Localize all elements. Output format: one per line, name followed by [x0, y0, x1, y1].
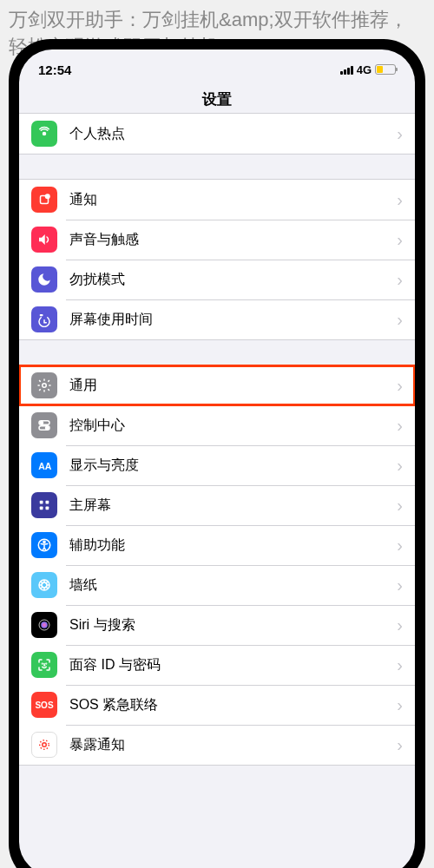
svg-point-8 — [46, 427, 49, 430]
row-accessibility[interactable]: 辅助功能 › — [19, 525, 415, 565]
svg-point-21 — [46, 663, 47, 664]
svg-rect-12 — [40, 507, 43, 510]
home-icon — [31, 492, 57, 518]
phone-screen: 12:54 4G 设置 个人热点 › 通知 — [19, 49, 415, 868]
phone-frame: 12:54 4G 设置 个人热点 › 通知 — [9, 39, 425, 868]
control-center-icon — [31, 412, 57, 438]
row-label: 个人热点 — [69, 125, 397, 143]
svg-point-22 — [43, 743, 47, 747]
row-home-screen[interactable]: 主屏幕 › — [19, 485, 415, 525]
svg-rect-3 — [40, 314, 43, 316]
chevron-right-icon: › — [397, 615, 403, 635]
svg-point-4 — [43, 384, 47, 388]
screentime-icon — [31, 306, 57, 332]
svg-point-23 — [40, 740, 49, 750]
chevron-right-icon: › — [397, 456, 403, 476]
svg-rect-10 — [40, 501, 43, 504]
chevron-right-icon: › — [397, 230, 403, 250]
settings-group-connectivity: 个人热点 › — [19, 113, 415, 155]
row-control-center[interactable]: 控制中心 › — [19, 405, 415, 445]
chevron-right-icon: › — [397, 270, 403, 290]
status-bar: 12:54 4G — [19, 49, 415, 84]
signal-icon — [340, 65, 353, 75]
svg-point-19 — [41, 621, 48, 628]
svg-rect-11 — [46, 501, 49, 504]
exposure-icon — [31, 732, 57, 758]
svg-point-0 — [43, 133, 46, 135]
general-icon — [31, 372, 57, 398]
row-sounds[interactable]: 声音与触感 › — [19, 220, 415, 260]
status-time: 12:54 — [38, 62, 71, 77]
chevron-right-icon: › — [397, 416, 403, 436]
row-label: 显示与亮度 — [69, 457, 397, 475]
chevron-right-icon: › — [397, 655, 403, 675]
row-label: 主屏幕 — [69, 496, 397, 515]
row-label: 控制中心 — [69, 417, 397, 435]
siri-icon — [31, 612, 57, 638]
row-wallpaper[interactable]: 墙纸 › — [19, 565, 415, 605]
row-label: 勿扰模式 — [69, 271, 397, 289]
dnd-icon — [31, 266, 57, 293]
settings-group-attention: 通知 › 声音与触感 › 勿扰模式 › 屏幕使 — [19, 179, 415, 340]
chevron-right-icon: › — [397, 575, 403, 595]
row-label: 暴露通知 — [69, 736, 397, 754]
row-label: SOS 紧急联络 — [69, 696, 397, 714]
svg-point-15 — [43, 541, 45, 542]
row-hotspot[interactable]: 个人热点 › — [19, 114, 415, 154]
row-notifications[interactable]: 通知 › — [19, 180, 415, 220]
row-label: 通知 — [69, 191, 397, 209]
battery-icon — [375, 64, 396, 75]
svg-point-20 — [42, 663, 43, 664]
row-general[interactable]: 通用 › — [19, 365, 415, 405]
accessibility-icon — [31, 532, 57, 558]
sounds-icon — [31, 227, 57, 253]
settings-group-system: 通用 › 控制中心 › AA 显示与亮度 › 主 — [19, 365, 415, 766]
svg-point-6 — [41, 422, 43, 424]
chevron-right-icon: › — [397, 376, 403, 396]
row-display[interactable]: AA 显示与亮度 › — [19, 445, 415, 485]
chevron-right-icon: › — [397, 124, 403, 144]
row-siri[interactable]: Siri 与搜索 › — [19, 605, 415, 645]
svg-text:AA: AA — [38, 461, 52, 471]
row-label: 墙纸 — [69, 576, 397, 595]
wallpaper-icon — [31, 572, 57, 598]
chevron-right-icon: › — [397, 310, 403, 330]
display-icon: AA — [31, 452, 57, 478]
row-label: 通用 — [69, 377, 397, 395]
row-screentime[interactable]: 屏幕使用时间 › — [19, 299, 415, 339]
row-label: 面容 ID 与密码 — [69, 656, 397, 674]
chevron-right-icon: › — [397, 190, 403, 210]
svg-rect-13 — [46, 507, 49, 510]
row-exposure[interactable]: 暴露通知 › — [19, 725, 415, 765]
row-label: 声音与触感 — [69, 231, 397, 249]
row-label: Siri 与搜索 — [69, 616, 397, 635]
row-faceid[interactable]: 面容 ID 与密码 › — [19, 645, 415, 685]
network-label: 4G — [357, 63, 372, 76]
notifications-icon — [31, 187, 57, 213]
svg-point-2 — [45, 194, 50, 199]
chevron-right-icon: › — [397, 735, 403, 755]
row-label: 辅助功能 — [69, 536, 397, 555]
chevron-right-icon: › — [397, 536, 403, 556]
chevron-right-icon: › — [397, 496, 403, 516]
row-sos[interactable]: SOS SOS 紧急联络 › — [19, 685, 415, 725]
row-label: 屏幕使用时间 — [69, 311, 397, 329]
sos-icon: SOS — [31, 692, 57, 718]
chevron-right-icon: › — [397, 695, 403, 715]
status-right: 4G — [340, 63, 396, 76]
faceid-icon — [31, 652, 57, 678]
hotspot-icon — [31, 121, 57, 147]
row-dnd[interactable]: 勿扰模式 › — [19, 260, 415, 299]
